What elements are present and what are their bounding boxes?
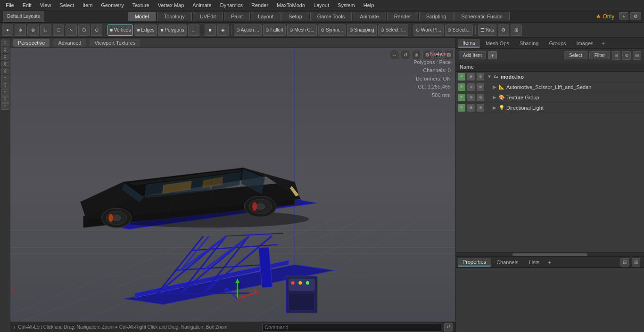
- left-tool-c[interactable]: C: [1, 89, 9, 96]
- menu-edit[interactable]: Edit: [19, 1, 35, 9]
- item-expand-modo-lxo[interactable]: ▼: [487, 74, 493, 79]
- item-vis3-modo-lxo[interactable]: ⊗: [477, 73, 484, 81]
- left-tool-e[interactable]: E: [1, 75, 9, 81]
- vp-tab-viewport-textures[interactable]: Viewport Textures: [90, 39, 140, 47]
- menu-dynamics[interactable]: Dynamics: [216, 1, 247, 9]
- command-input[interactable]: [262, 323, 441, 332]
- menu-render[interactable]: Render: [248, 1, 272, 9]
- vp-rotate-btn[interactable]: ↺: [401, 50, 410, 59]
- tab-images[interactable]: Images: [572, 40, 598, 47]
- default-layouts-btn[interactable]: Default Layouts: [3, 11, 44, 22]
- menu-vertexmap[interactable]: Vertex Map: [154, 1, 188, 9]
- vp-tab-perspective[interactable]: Perspective: [13, 39, 50, 47]
- dot-tool[interactable]: ●: [2, 24, 13, 36]
- falloff-btn[interactable]: ⊙ Falloff: [263, 24, 286, 36]
- menu-animate[interactable]: Animate: [189, 1, 215, 9]
- left-tool-po[interactable]: Po: [1, 82, 9, 89]
- tab-lists[interactable]: Lists: [524, 259, 545, 266]
- solid-btn[interactable]: ■: [205, 24, 216, 36]
- vp-move-btn[interactable]: ↔: [390, 50, 399, 59]
- item-vis3-directional-light[interactable]: ⊗: [477, 104, 484, 112]
- left-tool-de[interactable]: De: [1, 47, 9, 53]
- item-vis2-modo-lxo[interactable]: ⊕: [467, 73, 475, 81]
- scrollbar-thumb[interactable]: [512, 253, 588, 256]
- item-vis2-texture-group[interactable]: ⊕: [467, 94, 475, 101]
- left-tool-bi[interactable]: Bi: [1, 40, 9, 46]
- item-vis-texture-group[interactable]: 👁: [458, 94, 465, 101]
- items-panel-settings[interactable]: ⚙: [622, 51, 631, 60]
- tab-paint[interactable]: Paint: [224, 12, 250, 21]
- left-tool-me[interactable]: Me: [1, 61, 9, 67]
- select-btn[interactable]: Select: [564, 51, 587, 59]
- hex-tool[interactable]: ⬡: [78, 24, 90, 36]
- item-row-directional-light[interactable]: 👁 ⊕ ⊗ ▶ 💡 Directional Light: [456, 103, 644, 113]
- vp-tab-advanced[interactable]: Advanced: [53, 39, 86, 47]
- symm-btn[interactable]: ⊙ Symm...: [318, 24, 345, 36]
- polygons-btn[interactable]: ■ Polygons: [158, 24, 187, 36]
- tab-items[interactable]: Items: [458, 39, 480, 48]
- lasso-tool[interactable]: ⊗: [27, 24, 39, 36]
- item-expand-texture-group[interactable]: ▶: [493, 95, 498, 100]
- item-row-texture-group[interactable]: 👁 ⊕ ⊗ ▶ 🎨 Texture Group: [456, 92, 644, 103]
- kits-btn[interactable]: ☰ Kits: [478, 24, 496, 36]
- filter-btn[interactable]: Filter: [589, 51, 610, 59]
- props-expand-btn[interactable]: ⊟: [620, 258, 629, 267]
- wire-btn[interactable]: ◈: [217, 24, 229, 36]
- workplane-btn[interactable]: ⊙ Work Pl...: [413, 24, 444, 36]
- add-item-btn[interactable]: Add Item: [459, 51, 486, 59]
- item-expand-directional-light[interactable]: ▶: [493, 105, 498, 110]
- items-panel-expand[interactable]: ⊟: [612, 51, 620, 60]
- star-only-btn[interactable]: ★ Only: [593, 12, 617, 21]
- tab-gametools[interactable]: Game Tools: [310, 12, 352, 21]
- menu-texture[interactable]: Texture: [129, 1, 153, 9]
- rect-tool[interactable]: □: [40, 24, 51, 36]
- add-item-dropdown[interactable]: ▾: [488, 51, 497, 59]
- tab-schematic[interactable]: Schematic Fusion: [454, 12, 510, 21]
- ring-tool[interactable]: ⊙: [91, 24, 102, 36]
- mesh-btn[interactable]: ⊙ Mesh C...: [287, 24, 317, 36]
- item-vis-auto-scissor[interactable]: 👁: [458, 83, 465, 91]
- props-maximize-btn[interactable]: ⊞: [632, 258, 640, 267]
- item-row-auto-scissor[interactable]: 👁 ⊕ ⊗ ▶ 📐 Automotive_Scissor_Lift_and_Se…: [456, 82, 644, 92]
- grid-btn[interactable]: ⊞: [511, 24, 522, 36]
- menu-file[interactable]: File: [2, 1, 18, 9]
- tab-setup[interactable]: Setup: [281, 12, 309, 21]
- left-tool-f[interactable]: F: [1, 103, 9, 110]
- snapping-btn[interactable]: ⊙ Snapping: [347, 24, 377, 36]
- items-scrollbar[interactable]: [456, 252, 644, 256]
- item-vis2-auto-scissor[interactable]: ⊕: [467, 83, 475, 91]
- tab-layout[interactable]: Layout: [251, 12, 281, 21]
- left-tool-du[interactable]: Du: [1, 54, 9, 60]
- item-vis2-directional-light[interactable]: ⊕: [467, 104, 475, 112]
- tab-channels[interactable]: Channels: [492, 259, 523, 266]
- tab-mesh-ops[interactable]: Mesh Ops: [481, 40, 514, 47]
- items-tab-plus[interactable]: +: [599, 40, 608, 47]
- vertices-btn[interactable]: ■ VerticesVertices: [107, 24, 133, 36]
- layout-settings-btn[interactable]: ⚙: [630, 12, 641, 20]
- menu-maxtomodo[interactable]: MaxToModo: [273, 1, 309, 9]
- item-vis-modo-lxo[interactable]: 👁: [458, 73, 465, 81]
- add-layout-btn[interactable]: +: [619, 12, 628, 20]
- items-panel-maximize[interactable]: ⊞: [633, 51, 641, 60]
- bottom-arrow[interactable]: ›: [13, 324, 15, 331]
- action-btn[interactable]: ⊙ Action ...: [234, 24, 262, 36]
- edges-btn[interactable]: ■ Edges: [134, 24, 157, 36]
- left-tool-uv[interactable]: UV: [1, 96, 9, 103]
- menu-select[interactable]: Select: [56, 1, 78, 9]
- item-vis3-auto-scissor[interactable]: ⊗: [477, 83, 484, 91]
- tab-groups[interactable]: Groups: [544, 40, 570, 47]
- menu-layout[interactable]: Layout: [310, 1, 333, 9]
- tab-properties[interactable]: Properties: [458, 258, 491, 267]
- viewport[interactable]: X Y Z ↔ ↺ ⊕ ⚙ 📷 ⊞ No Items Polygons : Fa: [10, 48, 455, 322]
- item-row-modo-lxo[interactable]: 👁 ⊕ ⊗ ▼ 🗂 modo.lxo: [456, 72, 644, 82]
- item-vis3-texture-group[interactable]: ⊗: [477, 94, 484, 101]
- settings-btn2[interactable]: ⚙: [498, 24, 509, 36]
- select-tool-btn[interactable]: ⊙ Select T...: [378, 24, 409, 36]
- circle-tool[interactable]: ⊕: [15, 24, 26, 36]
- menu-system[interactable]: System: [334, 1, 359, 9]
- item-expand-auto-scissor[interactable]: ▶: [493, 84, 498, 89]
- selecti-btn[interactable]: ⊙ Selecti...: [445, 24, 473, 36]
- command-submit-btn[interactable]: ↵: [444, 323, 453, 332]
- tab-model[interactable]: Model: [128, 12, 156, 21]
- tab-animate[interactable]: Animate: [353, 12, 386, 21]
